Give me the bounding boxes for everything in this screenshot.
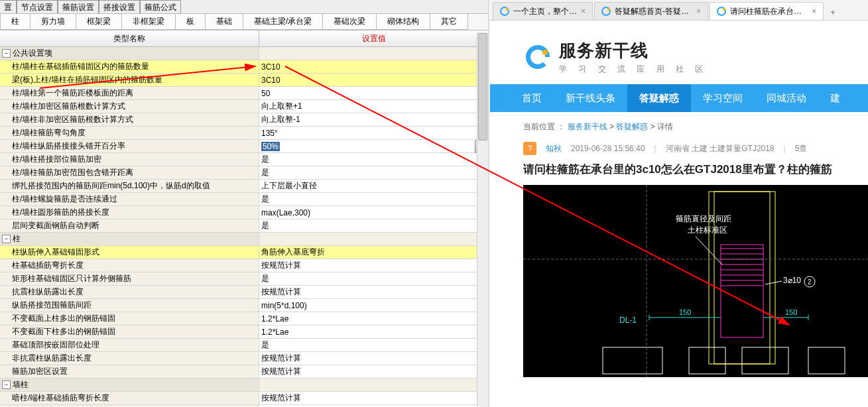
nav-item[interactable]: 答疑解惑 (627, 84, 691, 112)
setting-value[interactable]: 是 (259, 339, 488, 351)
setting-value[interactable]: 向上取整+1 (259, 100, 488, 113)
setting-row[interactable]: 柱/墙柱螺旋箍筋是否连续通过是 (0, 193, 488, 206)
browser-tab[interactable]: 一个主页，整个…× (493, 2, 593, 20)
setting-row[interactable]: 非抗震柱纵筋露出长度按规范计算 (0, 352, 488, 365)
post-views: 5查 (795, 143, 808, 154)
favicon-icon (601, 7, 611, 16)
setting-value[interactable]: 按规范计算 (259, 392, 488, 404)
sub-tab[interactable]: 非框架梁 (122, 14, 176, 30)
setting-name: 抗震柱纵筋露出长度 (12, 286, 84, 298)
svg-point-1 (506, 8, 509, 11)
setting-name: 绑扎搭接范围内的箍筋间距min(5d,100)中，纵筋d的取值 (12, 180, 210, 192)
setting-value[interactable]: min(5*d,100) (259, 299, 488, 312)
author-name[interactable]: 知秋 (546, 143, 562, 154)
setting-value[interactable]: 135° (259, 127, 488, 139)
setting-value[interactable]: 按规范计算 (259, 352, 488, 365)
setting-row[interactable]: 柱/墙柱圆形箍筋的搭接长度max(Lae,300) (0, 206, 488, 219)
post-location: 河南省 土建 土建算量GTJ2018 (666, 143, 775, 154)
setting-name: 纵筋搭接范围箍筋间距 (12, 300, 92, 311)
setting-value[interactable]: 3C10 (259, 60, 488, 73)
setting-row[interactable]: 柱/墙柱纵筋搭接接头错开百分率50% (0, 140, 488, 153)
sub-tab[interactable]: 板 (176, 14, 206, 30)
setting-value[interactable]: 是 (259, 166, 488, 179)
setting-value[interactable]: 是 (259, 153, 488, 166)
scrollbar[interactable] (477, 32, 488, 407)
tab-label: 答疑解惑首页-答疑解惑… (615, 6, 692, 17)
setting-value[interactable]: 按规范计算 (259, 286, 488, 298)
setting-value[interactable]: 向上取整-1 (259, 113, 488, 126)
new-tab-button[interactable]: + (825, 5, 841, 20)
sub-tab[interactable]: 基础 (206, 14, 243, 30)
setting-name: 柱/墙柱箍筋弯勾角度 (12, 127, 86, 139)
browser-tab[interactable]: 答疑解惑首页-答疑解惑…× (594, 2, 708, 20)
svg-text:150: 150 (679, 308, 691, 316)
breadcrumb-item[interactable]: 服务新干线 (568, 122, 607, 131)
setting-row[interactable]: 暗柱/端柱基础插筋弯折长度按规范计算 (0, 392, 488, 405)
setting-row[interactable]: 纵筋搭接范围箍筋间距min(5*d,100) (0, 299, 488, 312)
sub-tab[interactable]: 其它 (430, 14, 468, 30)
top-tab[interactable]: 箍筋设置 (58, 0, 99, 13)
setting-value[interactable]: 是 (259, 272, 488, 285)
sub-tab[interactable]: 砌体结构 (377, 14, 430, 30)
setting-row[interactable]: 柱基础插筋弯折长度按规范计算 (0, 259, 488, 272)
setting-value[interactable]: max(Lae,300) (259, 206, 488, 219)
setting-value[interactable]: 上下层最小直径 (259, 180, 488, 192)
setting-value[interactable]: 3C10 (259, 74, 488, 86)
close-icon[interactable]: × (581, 7, 586, 16)
setting-value[interactable]: 1.2*Lae (259, 312, 488, 325)
tree-toggle[interactable]: − (2, 380, 11, 389)
close-icon[interactable]: × (696, 7, 701, 16)
setting-row[interactable]: 柱/墙柱在基础插筋锚固区内的箍筋数量3C10 (0, 60, 488, 74)
top-tab[interactable]: 箍筋公式 (140, 0, 181, 13)
browser-tab[interactable]: 请问柱箍筋在承台里的3c…× (710, 2, 824, 20)
setting-name: 暗柱/端柱基础插筋弯折长度 (12, 392, 109, 404)
tab-label: 一个主页，整个… (513, 6, 577, 17)
setting-row[interactable]: 抗震柱纵筋露出长度按规范计算 (0, 286, 488, 299)
breadcrumb-item[interactable]: 答疑解惑 (616, 122, 648, 131)
svg-point-5 (723, 8, 725, 11)
sub-tab[interactable]: 柱 (0, 14, 31, 30)
top-tab[interactable]: 置 (0, 0, 17, 13)
setting-row[interactable]: 不变截面上柱多出的钢筋锚固1.2*Lae (0, 312, 488, 325)
setting-value[interactable]: 角筋伸入基底弯折 (259, 246, 488, 259)
tree-toggle[interactable]: − (2, 49, 11, 58)
sub-tab[interactable]: 基础主梁/承台梁 (243, 14, 323, 30)
setting-row[interactable]: 梁(板)上柱/墙柱在插筋锚固区内的箍筋数量3C10 (0, 74, 488, 87)
setting-row[interactable]: 基础顶部按嵌固部位处理是 (0, 339, 488, 352)
top-tab[interactable]: 搭接设置 (99, 0, 140, 13)
sub-tab[interactable]: 剪力墙 (31, 14, 76, 30)
sub-tab[interactable]: 框架梁 (76, 14, 122, 30)
nav-item[interactable]: 学习空间 (691, 84, 755, 112)
nav-item[interactable]: 新干线头条 (554, 84, 627, 112)
setting-value[interactable]: 按规范计算 (259, 259, 488, 272)
setting-row[interactable]: 柱/墙柱搭接部位箍筋加密是 (0, 153, 488, 166)
setting-row[interactable]: 柱纵筋伸入基础锚固形式角筋伸入基底弯折 (0, 246, 488, 259)
setting-name: 非抗震柱纵筋露出长度 (12, 353, 92, 364)
setting-row[interactable]: 层间变截面钢筋自动判断是 (0, 219, 488, 233)
setting-row[interactable]: 柱/墙柱第一个箍筋距楼板面的距离50 (0, 87, 488, 100)
nav-item[interactable]: 同城活动 (755, 84, 818, 112)
setting-row[interactable]: 绑扎搭接范围内的箍筋间距min(5d,100)中，纵筋d的取值上下层最小直径 (0, 180, 488, 193)
setting-row[interactable]: 矩形柱基础锚固区只计算外侧箍筋是 (0, 272, 488, 286)
setting-value[interactable]: 按规范计算 (259, 365, 488, 378)
setting-name: 矩形柱基础锚固区只计算外侧箍筋 (12, 273, 131, 284)
setting-value[interactable]: 1.2*Lae (259, 325, 488, 338)
top-tab[interactable]: 节点设置 (17, 0, 58, 13)
setting-row[interactable]: 箍筋加密区设置按规范计算 (0, 365, 488, 378)
setting-value[interactable]: 50% (259, 140, 488, 152)
tree-toggle[interactable]: − (2, 235, 11, 243)
nav-item[interactable]: 建 (818, 84, 852, 112)
setting-row[interactable]: 柱/墙柱箍筋加密范围包含错开距离是 (0, 166, 488, 180)
svg-point-6 (542, 50, 548, 55)
setting-row[interactable]: 不变截面下柱多出的钢筋锚固1.2*Lae (0, 325, 488, 339)
nav-item[interactable]: 首页 (510, 84, 554, 112)
setting-value[interactable]: 50 (259, 87, 488, 99)
setting-row[interactable]: 柱/墙柱非加密区箍筋根数计算方式向上取整-1 (0, 113, 488, 127)
setting-value[interactable]: 是 (259, 219, 488, 232)
close-icon[interactable]: × (812, 7, 816, 16)
sub-tab[interactable]: 基础次梁 (323, 14, 377, 30)
setting-value[interactable]: 是 (259, 193, 488, 205)
brand-title: 服务新干线 (559, 39, 708, 62)
setting-row[interactable]: 柱/墙柱箍筋弯勾角度135° (0, 127, 488, 140)
setting-row[interactable]: 柱/墙柱加密区箍筋根数计算方式向上取整+1 (0, 100, 488, 113)
